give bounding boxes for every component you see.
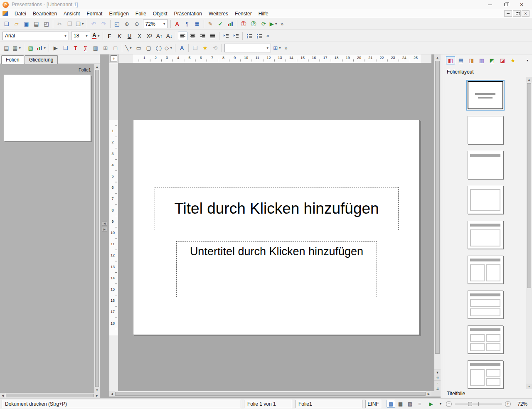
scroll-right-icon[interactable]: ▶ [94,393,100,398]
insert-ole-frame-button[interactable]: ❒ [61,44,70,52]
insert-chart-frame-button[interactable]: ▼ [36,44,47,52]
underline-button[interactable]: U [125,32,134,40]
slides-panel-scrollbar[interactable]: ▲ ▼ [94,64,100,393]
view-normal-button[interactable]: ▤ [387,400,395,408]
scrollbar-track[interactable] [434,60,441,370]
align-right-button[interactable] [198,32,207,40]
zoom-select[interactable]: 72%▼ [143,20,168,28]
chevron-down-icon[interactable]: ▼ [161,20,167,28]
draw-ellipse-button[interactable]: ◯ [154,44,163,52]
draw-line-button[interactable]: ╲▼ [124,44,133,52]
presentation-settings-button[interactable]: Ⓟ [249,20,259,28]
menu-bearbeiten[interactable]: Bearbeiten [30,10,60,18]
superscript-button[interactable]: X² [145,32,154,40]
align-justify-button[interactable] [208,32,217,40]
rotate-object-button[interactable]: ⟲ [210,44,220,52]
font-color-button[interactable]: A▼ [91,32,101,40]
strikethrough-button[interactable]: X [135,32,144,40]
canvas-hscrollbar[interactable]: ◀ ▶ [109,391,431,397]
toolbar-overflow-button[interactable]: » [279,20,286,28]
panel-animations-button[interactable]: ◩ [488,56,497,64]
panel-slide-layouts-button[interactable]: ◧ [446,56,455,64]
chevron-down-icon[interactable]: ▼ [170,47,172,49]
zoom-tool-button[interactable]: ⊙ [132,20,142,28]
group-objects-button[interactable]: ❒ [190,44,200,52]
bullets-dialog-button[interactable]: ≣ [192,20,202,28]
restore-button[interactable] [498,0,514,9]
chevron-down-icon[interactable]: ▼ [264,44,271,52]
insert-textart-frame-button[interactable]: T [71,44,80,52]
canvas-vscrollbar[interactable]: ▲ ▼ ⇈ ▫ ⇊ [434,54,441,391]
title-placeholder[interactable]: Titel durch Klicken hinzufügen [155,187,399,230]
crosshair-icon[interactable]: + [111,55,117,62]
object-gallery-button[interactable]: ★ [200,44,210,52]
draw-rectangle-button[interactable]: ▭ [134,44,143,52]
scroll-left-icon[interactable]: ◀ [109,391,115,397]
character-dialog-button[interactable]: A [172,20,182,28]
scrollbar-thumb[interactable] [6,394,94,397]
menu-ansicht[interactable]: Ansicht [60,10,83,18]
vertical-ruler[interactable]: 123456789101112131415161718 [109,63,118,391]
insert-chart-button[interactable] [226,20,235,28]
scrollbar-thumb[interactable] [115,392,426,396]
slide-thumbnail[interactable] [4,75,91,141]
menu-format[interactable]: Format [83,10,106,18]
scroll-down-icon[interactable]: ▼ [434,370,441,375]
copy-button[interactable]: ❐ [65,20,74,28]
scroll-up-icon[interactable]: ▲ [434,54,441,60]
mdi-minimize-button[interactable] [504,10,512,17]
thesaurus-button[interactable]: Ⓣ [239,20,249,28]
print-document-button[interactable]: ▤ [32,20,41,28]
new-document-button[interactable]: ❏ [2,20,11,28]
view-outline-button[interactable]: ≡ [415,400,424,408]
chevron-down-icon[interactable]: ▼ [97,34,100,37]
slide-viewport[interactable]: Titel durch Klicken hinzufügen Untertite… [118,63,434,391]
close-button[interactable]: ✕ [514,0,530,9]
tab-folien[interactable]: Folien [1,55,24,64]
numbered-list-button[interactable] [254,32,264,40]
save-document-button[interactable]: ▣ [22,20,31,28]
insert-table-button[interactable]: ▦▼ [12,44,22,52]
splitter-expand-right-icon[interactable]: ▶ [102,227,107,232]
grid-settings-button[interactable]: ⊞▼ [272,44,282,52]
layout-titel-und-inhalt[interactable] [468,221,503,249]
scrollbar-thumb[interactable] [435,61,440,354]
italic-button[interactable]: K [115,32,124,40]
scrollbar-thumb[interactable] [527,83,531,288]
redo-button[interactable]: ↷ [99,20,108,28]
menu-weiteres[interactable]: Weiteres [205,10,232,18]
chevron-down-icon[interactable]: ▼ [129,47,132,49]
zoom-in-button[interactable]: + [505,401,511,407]
menu-praesentation[interactable]: Präsentation [171,10,205,18]
start-presentation-button[interactable]: ▶ [427,400,435,408]
panel-slide-masters-button[interactable]: ◨ [467,56,476,64]
slide[interactable]: Titel durch Klicken hinzufügen Untertite… [133,120,420,335]
open-document-button[interactable]: ▱ [12,20,21,28]
layout-panel-scrollbar[interactable]: ▲ ▼ [526,77,532,389]
slides-panel-hscrollbar[interactable]: ◀ ▶ [0,393,100,398]
align-left-button[interactable] [178,32,187,40]
layout-titel-und-vier-inhalte[interactable] [468,325,503,354]
chevron-down-icon[interactable]: ▼ [84,32,90,40]
decrease-font-size-button[interactable]: A↓ [165,32,174,40]
toolbar-overflow-button[interactable]: » [283,44,289,52]
cut-button[interactable]: ✂ [55,20,64,28]
zoom-slider[interactable] [455,401,502,407]
decrease-indent-button[interactable] [221,32,231,40]
browse-object-button[interactable]: ▫ [434,380,441,386]
zoom-slider-thumb[interactable] [468,402,472,406]
draw-rounded-rectangle-button[interactable]: ▢ [144,44,153,52]
bullet-list-button[interactable] [244,32,254,40]
panel-options-button[interactable]: ▾ [525,56,530,64]
menu-folie[interactable]: Folie [132,10,150,18]
chevron-down-icon[interactable]: ▼ [275,22,278,25]
format-painter-button[interactable]: ✎ [206,20,215,28]
scrollbar-track[interactable] [526,82,532,384]
layout-leer[interactable] [468,116,503,144]
tab-gliederung[interactable]: Gliederung [25,55,58,64]
layout-inhalt[interactable] [468,186,503,214]
paste-button[interactable]: ❑▼ [75,20,85,28]
next-slide-button[interactable]: ⇊ [434,386,441,391]
layout-titel-und-inhalt-geteilt[interactable] [468,360,503,389]
toolbar-overflow-button[interactable]: » [264,32,271,40]
